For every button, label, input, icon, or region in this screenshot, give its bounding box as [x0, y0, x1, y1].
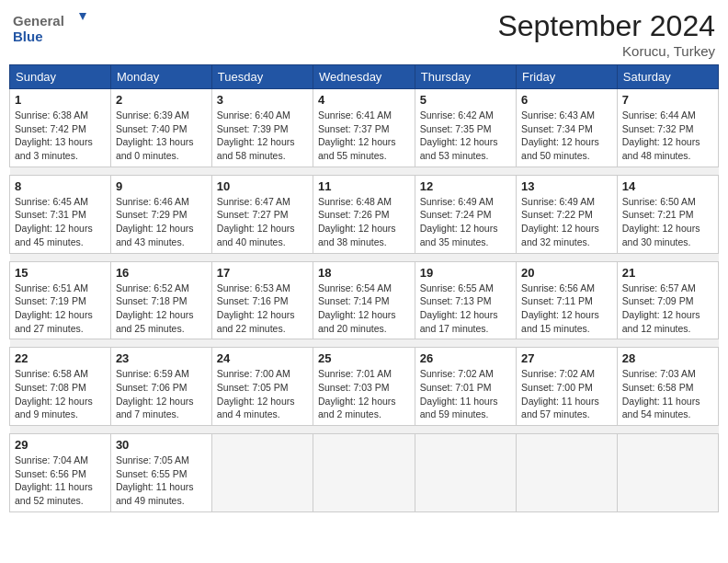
- day-info: Sunrise: 6:57 AM Sunset: 7:09 PM Dayligh…: [622, 282, 713, 336]
- row-spacer: [10, 253, 719, 261]
- day-number: 9: [116, 179, 207, 193]
- calendar-day-cell: 12Sunrise: 6:49 AM Sunset: 7:24 PM Dayli…: [415, 175, 516, 253]
- row-spacer: [10, 426, 719, 434]
- day-number: 22: [15, 351, 106, 365]
- day-info: Sunrise: 6:41 AM Sunset: 7:37 PM Dayligh…: [318, 109, 410, 163]
- calendar-day-cell: [617, 434, 718, 512]
- calendar-day-cell: 1Sunrise: 6:38 AM Sunset: 7:42 PM Daylig…: [10, 89, 111, 167]
- calendar-day-cell: 15Sunrise: 6:51 AM Sunset: 7:19 PM Dayli…: [10, 261, 111, 339]
- calendar-day-cell: 13Sunrise: 6:49 AM Sunset: 7:22 PM Dayli…: [517, 175, 618, 253]
- calendar-day-cell: 23Sunrise: 6:59 AM Sunset: 7:06 PM Dayli…: [110, 348, 211, 426]
- calendar-day-cell: 14Sunrise: 6:50 AM Sunset: 7:21 PM Dayli…: [617, 175, 718, 253]
- calendar-day-cell: [313, 434, 415, 512]
- calendar-week-row: 22Sunrise: 6:58 AM Sunset: 7:08 PM Dayli…: [10, 348, 719, 426]
- calendar-week-row: 29Sunrise: 7:04 AM Sunset: 6:56 PM Dayli…: [10, 434, 719, 512]
- day-info: Sunrise: 6:54 AM Sunset: 7:14 PM Dayligh…: [318, 282, 410, 336]
- day-number: 11: [318, 179, 410, 193]
- calendar-day-cell: 21Sunrise: 6:57 AM Sunset: 7:09 PM Dayli…: [617, 261, 718, 339]
- calendar-day-cell: 3Sunrise: 6:40 AM Sunset: 7:39 PM Daylig…: [211, 89, 313, 167]
- day-number: 21: [622, 266, 713, 280]
- calendar-day-cell: 6Sunrise: 6:43 AM Sunset: 7:34 PM Daylig…: [517, 89, 618, 167]
- calendar-day-cell: 22Sunrise: 6:58 AM Sunset: 7:08 PM Dayli…: [10, 348, 111, 426]
- weekday-header-thursday: Thursday: [415, 65, 516, 89]
- day-info: Sunrise: 7:02 AM Sunset: 7:00 PM Dayligh…: [521, 367, 612, 421]
- logo: GeneralBlue: [13, 9, 96, 48]
- calendar-day-cell: [517, 434, 618, 512]
- day-number: 24: [217, 351, 308, 365]
- day-number: 17: [217, 266, 308, 280]
- calendar-day-cell: 7Sunrise: 6:44 AM Sunset: 7:32 PM Daylig…: [617, 89, 718, 167]
- row-spacer: [10, 167, 719, 175]
- calendar-day-cell: 18Sunrise: 6:54 AM Sunset: 7:14 PM Dayli…: [313, 261, 415, 339]
- weekday-header-row: SundayMondayTuesdayWednesdayThursdayFrid…: [10, 65, 719, 89]
- weekday-header-tuesday: Tuesday: [211, 65, 313, 89]
- calendar-day-cell: [415, 434, 516, 512]
- day-info: Sunrise: 6:51 AM Sunset: 7:19 PM Dayligh…: [15, 282, 106, 336]
- weekday-header-sunday: Sunday: [10, 65, 111, 89]
- calendar-day-cell: 28Sunrise: 7:03 AM Sunset: 6:58 PM Dayli…: [617, 348, 718, 426]
- day-info: Sunrise: 6:55 AM Sunset: 7:13 PM Dayligh…: [420, 282, 511, 336]
- day-info: Sunrise: 7:00 AM Sunset: 7:05 PM Dayligh…: [217, 367, 308, 421]
- day-info: Sunrise: 6:58 AM Sunset: 7:08 PM Dayligh…: [15, 367, 106, 421]
- day-info: Sunrise: 6:44 AM Sunset: 7:32 PM Dayligh…: [622, 109, 713, 163]
- day-number: 29: [15, 438, 106, 452]
- day-number: 25: [318, 351, 410, 365]
- day-number: 28: [622, 351, 713, 365]
- day-number: 15: [15, 266, 106, 280]
- calendar-day-cell: 30Sunrise: 7:05 AM Sunset: 6:55 PM Dayli…: [110, 434, 211, 512]
- day-info: Sunrise: 6:56 AM Sunset: 7:11 PM Dayligh…: [521, 282, 612, 336]
- calendar-day-cell: 16Sunrise: 6:52 AM Sunset: 7:18 PM Dayli…: [110, 261, 211, 339]
- day-number: 14: [622, 179, 713, 193]
- weekday-header-saturday: Saturday: [617, 65, 718, 89]
- calendar-day-cell: [211, 434, 313, 512]
- calendar-day-cell: 5Sunrise: 6:42 AM Sunset: 7:35 PM Daylig…: [415, 89, 516, 167]
- logo-svg: GeneralBlue: [13, 9, 96, 48]
- day-info: Sunrise: 6:53 AM Sunset: 7:16 PM Dayligh…: [217, 282, 308, 336]
- title-block: September 2024 Korucu, Turkey: [497, 9, 715, 59]
- day-info: Sunrise: 7:01 AM Sunset: 7:03 PM Dayligh…: [318, 367, 410, 421]
- weekday-header-monday: Monday: [110, 65, 211, 89]
- day-number: 4: [318, 93, 410, 107]
- day-info: Sunrise: 6:59 AM Sunset: 7:06 PM Dayligh…: [116, 367, 207, 421]
- day-info: Sunrise: 6:50 AM Sunset: 7:21 PM Dayligh…: [622, 195, 713, 249]
- day-info: Sunrise: 6:38 AM Sunset: 7:42 PM Dayligh…: [15, 109, 106, 163]
- calendar-day-cell: 10Sunrise: 6:47 AM Sunset: 7:27 PM Dayli…: [211, 175, 313, 253]
- day-number: 5: [420, 93, 511, 107]
- day-info: Sunrise: 6:40 AM Sunset: 7:39 PM Dayligh…: [217, 109, 308, 163]
- calendar-day-cell: 20Sunrise: 6:56 AM Sunset: 7:11 PM Dayli…: [517, 261, 618, 339]
- svg-text:General: General: [13, 13, 64, 29]
- svg-text:Blue: Blue: [13, 29, 43, 44]
- day-number: 10: [217, 179, 308, 193]
- calendar-day-cell: 26Sunrise: 7:02 AM Sunset: 7:01 PM Dayli…: [415, 348, 516, 426]
- day-number: 7: [622, 93, 713, 107]
- location: Korucu, Turkey: [497, 43, 715, 59]
- weekday-header-wednesday: Wednesday: [313, 65, 415, 89]
- day-info: Sunrise: 7:05 AM Sunset: 6:55 PM Dayligh…: [116, 454, 207, 508]
- day-info: Sunrise: 6:45 AM Sunset: 7:31 PM Dayligh…: [15, 195, 106, 249]
- day-info: Sunrise: 7:03 AM Sunset: 6:58 PM Dayligh…: [622, 367, 713, 421]
- day-info: Sunrise: 6:46 AM Sunset: 7:29 PM Dayligh…: [116, 195, 207, 249]
- calendar-table: SundayMondayTuesdayWednesdayThursdayFrid…: [9, 64, 719, 512]
- month-title: September 2024: [497, 9, 715, 43]
- day-number: 6: [521, 93, 612, 107]
- day-info: Sunrise: 6:42 AM Sunset: 7:35 PM Dayligh…: [420, 109, 511, 163]
- weekday-header-friday: Friday: [517, 65, 618, 89]
- day-info: Sunrise: 6:47 AM Sunset: 7:27 PM Dayligh…: [217, 195, 308, 249]
- day-number: 13: [521, 179, 612, 193]
- day-number: 2: [116, 93, 207, 107]
- calendar-day-cell: 24Sunrise: 7:00 AM Sunset: 7:05 PM Dayli…: [211, 348, 313, 426]
- day-number: 19: [420, 266, 511, 280]
- calendar-day-cell: 17Sunrise: 6:53 AM Sunset: 7:16 PM Dayli…: [211, 261, 313, 339]
- day-number: 23: [116, 351, 207, 365]
- calendar-day-cell: 8Sunrise: 6:45 AM Sunset: 7:31 PM Daylig…: [10, 175, 111, 253]
- calendar-day-cell: 25Sunrise: 7:01 AM Sunset: 7:03 PM Dayli…: [313, 348, 415, 426]
- day-number: 1: [15, 93, 106, 107]
- day-number: 3: [217, 93, 308, 107]
- day-info: Sunrise: 7:04 AM Sunset: 6:56 PM Dayligh…: [15, 454, 106, 508]
- page-header: GeneralBlue September 2024 Korucu, Turke…: [9, 9, 719, 59]
- calendar-day-cell: 9Sunrise: 6:46 AM Sunset: 7:29 PM Daylig…: [110, 175, 211, 253]
- day-number: 12: [420, 179, 511, 193]
- day-info: Sunrise: 6:48 AM Sunset: 7:26 PM Dayligh…: [318, 195, 410, 249]
- calendar-week-row: 1Sunrise: 6:38 AM Sunset: 7:42 PM Daylig…: [10, 89, 719, 167]
- row-spacer: [10, 339, 719, 348]
